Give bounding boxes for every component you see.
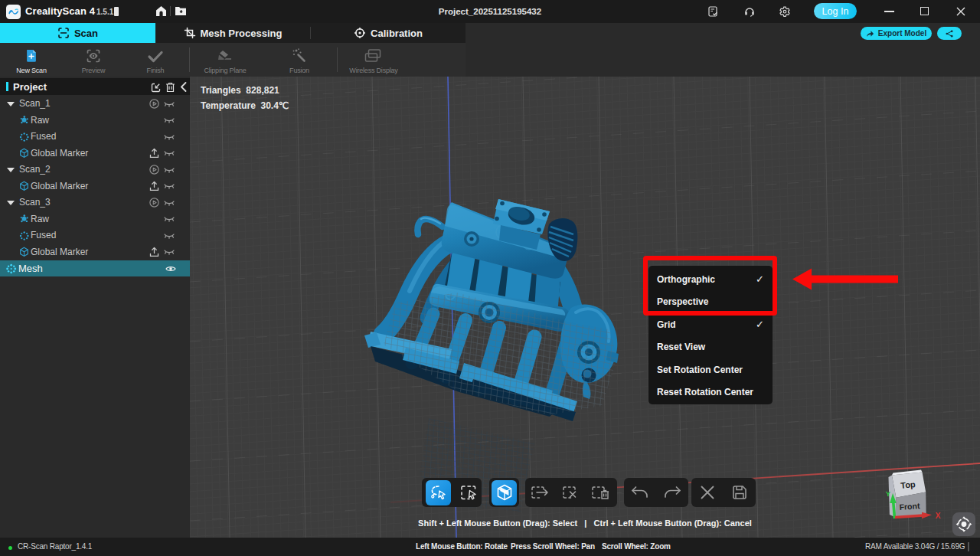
svg-text:Top: Top	[900, 479, 916, 490]
svg-text:Front: Front	[899, 501, 920, 512]
svg-text:Y: Y	[886, 489, 891, 498]
